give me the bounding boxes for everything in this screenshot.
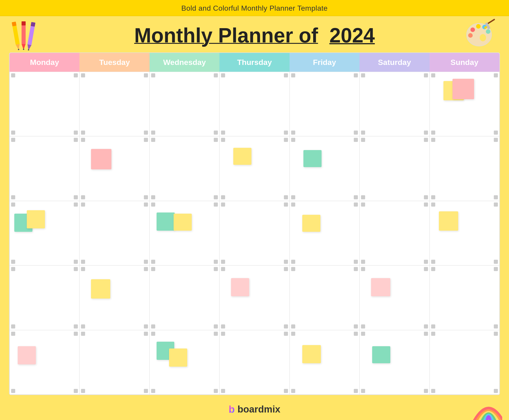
calendar-cell (360, 265, 429, 330)
sticky-note-2 (91, 149, 111, 169)
header-tuesday: Tuesday (79, 53, 149, 72)
calendar-cell (430, 201, 500, 265)
corner-dot-tl (151, 332, 155, 336)
corner-dot-bl (151, 389, 155, 393)
corner-dot-tr (354, 73, 358, 77)
corner-dot-br (354, 131, 358, 135)
corner-dot-br (494, 195, 498, 199)
corner-dot-tl (431, 138, 435, 142)
calendar-cell (79, 265, 149, 330)
sticky-note-13 (371, 278, 390, 296)
corner-dot-tl (11, 202, 15, 207)
corner-dot-tl (221, 73, 225, 77)
corner-dot-tl (221, 138, 225, 142)
calendar-cell (9, 201, 79, 265)
corner-dot-tr (214, 138, 218, 142)
corner-dot-tl (431, 332, 435, 336)
corner-dot-br (214, 389, 218, 393)
corner-dot-br (214, 131, 218, 135)
corner-dot-bl (151, 195, 155, 199)
corner-dot-bl (361, 389, 365, 393)
corner-dot-bl (11, 324, 15, 329)
calendar-cell (360, 201, 429, 265)
corner-dot-tl (361, 138, 365, 142)
calendar: Monday Tuesday Wednesday Thursday Friday… (9, 52, 500, 395)
corner-dot-br (144, 324, 148, 329)
corner-dot-tr (144, 73, 148, 77)
corner-dot-bl (361, 324, 365, 329)
corner-dot-tl (11, 267, 15, 271)
rainbow-icon (470, 397, 502, 420)
corner-dot-br (144, 260, 148, 264)
corner-dot-br (284, 260, 288, 264)
corner-dot-tr (214, 73, 218, 77)
calendar-cell (79, 330, 149, 395)
boardmix-brand: boardmix (237, 404, 280, 415)
page-title: Monthly Planner of 2024 (134, 24, 375, 47)
corner-dot-tr (494, 332, 498, 336)
header-friday: Friday (289, 53, 360, 72)
corner-dot-bl (221, 260, 225, 264)
corner-dot-tr (144, 138, 148, 142)
corner-dot-tr (424, 138, 428, 142)
corner-dot-bl (81, 131, 85, 135)
corner-dot-tr (284, 202, 288, 207)
corner-dot-br (424, 195, 428, 199)
corner-dot-tr (494, 202, 498, 207)
calendar-cell (289, 136, 360, 201)
header-sunday: Sunday (430, 53, 500, 72)
svg-point-7 (23, 49, 24, 50)
sticky-note-14 (18, 346, 36, 364)
corner-dot-tr (424, 73, 428, 77)
calendar-cell (360, 72, 429, 136)
corner-dot-tl (151, 267, 155, 271)
corner-dot-tr (144, 267, 148, 271)
svg-rect-10 (31, 22, 35, 27)
corner-dot-tr (214, 267, 218, 271)
corner-dot-tr (284, 138, 288, 142)
corner-dot-bl (291, 195, 295, 199)
corner-dot-bl (361, 195, 365, 199)
corner-dot-tl (81, 73, 85, 77)
corner-dot-bl (291, 260, 295, 264)
banner-text: Bold and Colorful Monthly Planner Templa… (181, 4, 328, 12)
calendar-cell (220, 265, 289, 330)
sticky-note-9 (302, 215, 320, 232)
sticky-note-18 (372, 346, 390, 363)
calendar-cell (9, 330, 79, 395)
corner-dot-br (424, 324, 428, 329)
corner-dot-tl (221, 267, 225, 271)
corner-dot-br (494, 389, 498, 393)
corner-dot-bl (221, 195, 225, 199)
corner-dot-tl (81, 267, 85, 271)
corner-dot-tr (144, 332, 148, 336)
corner-dot-tr (144, 202, 148, 207)
corner-dot-tl (151, 73, 155, 77)
corner-dot-tl (11, 138, 15, 142)
calendar-cell (220, 72, 289, 136)
corner-dot-tr (214, 332, 218, 336)
sticky-note-10 (439, 211, 458, 231)
corner-dot-tl (291, 267, 295, 271)
corner-dot-br (214, 195, 218, 199)
sticky-note-16 (169, 348, 187, 367)
corner-dot-br (144, 389, 148, 393)
calendar-cell (149, 201, 220, 265)
calendar-cell (289, 201, 360, 265)
calendar-cell (430, 136, 500, 201)
calendar-grid (9, 72, 500, 395)
corner-dot-tl (431, 73, 435, 77)
svg-point-14 (470, 28, 475, 32)
corner-dot-br (424, 260, 428, 264)
calendar-cell (360, 136, 429, 201)
svg-point-11 (28, 49, 29, 51)
corner-dot-bl (431, 389, 435, 393)
header-thursday: Thursday (220, 53, 289, 72)
corner-dot-tr (74, 138, 78, 142)
sticky-note-4 (303, 150, 322, 167)
sticky-note-11 (91, 279, 110, 299)
svg-point-3 (18, 49, 19, 50)
svg-point-13 (480, 34, 486, 41)
svg-rect-2 (12, 22, 17, 26)
corner-dot-tl (221, 202, 225, 207)
